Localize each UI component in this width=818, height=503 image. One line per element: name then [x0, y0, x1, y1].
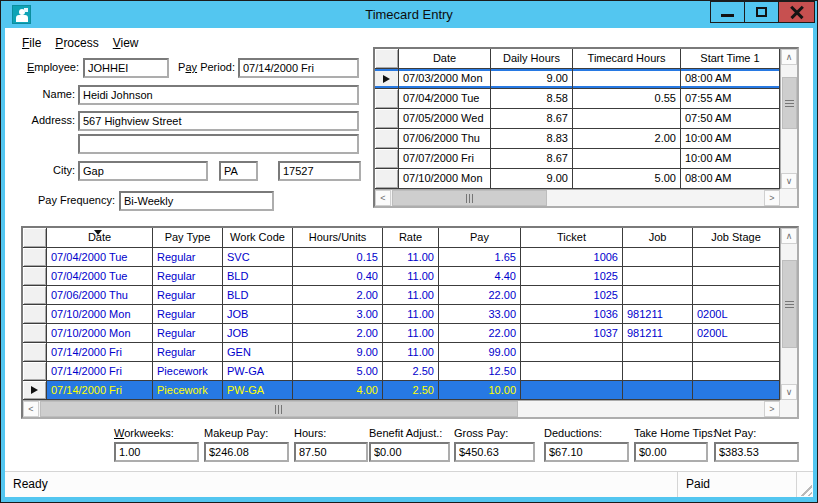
grid-cell[interactable]: 3.00: [293, 305, 383, 324]
grid-cell[interactable]: [521, 362, 623, 381]
grid-cell[interactable]: 0200L: [693, 305, 780, 324]
scroll-up-icon[interactable]: ∧: [781, 49, 797, 65]
grid-cell[interactable]: 07/14/2000 Fri: [47, 343, 153, 362]
grid-cell[interactable]: 0.15: [293, 248, 383, 267]
grid-cell[interactable]: [573, 109, 681, 129]
column-header-job-stage[interactable]: Job Stage: [693, 228, 780, 248]
grid-cell[interactable]: 99.00: [439, 343, 521, 362]
row-selector[interactable]: [23, 286, 47, 305]
grid-cell[interactable]: 07/14/2000 Fri: [47, 362, 153, 381]
grid-cell[interactable]: [623, 343, 693, 362]
grid-cell[interactable]: BLD: [223, 286, 293, 305]
grid-cell[interactable]: 12.50: [439, 362, 521, 381]
scroll-down-icon[interactable]: ∨: [781, 384, 797, 400]
row-selector[interactable]: [23, 305, 47, 324]
column-header-pay[interactable]: Pay: [439, 228, 521, 248]
scroll-left-icon[interactable]: <: [375, 190, 391, 206]
grid-cell[interactable]: 11.00: [383, 305, 439, 324]
grid-cell[interactable]: [623, 286, 693, 305]
row-selector[interactable]: [23, 381, 47, 400]
grid-cell[interactable]: 1.65: [439, 248, 521, 267]
zip-field[interactable]: [278, 161, 361, 181]
grid-cell[interactable]: 11.00: [383, 324, 439, 343]
grid-cell[interactable]: JOB: [223, 305, 293, 324]
menu-view[interactable]: View: [106, 36, 146, 55]
grid-cell[interactable]: PW-GA: [223, 362, 293, 381]
benefit-adjust-field[interactable]: [369, 442, 450, 462]
grid-cell[interactable]: 4.40: [439, 267, 521, 286]
grid-cell[interactable]: 2.00: [293, 286, 383, 305]
grid-cell[interactable]: 07/10/2000 Mon: [47, 324, 153, 343]
row-selector[interactable]: [375, 109, 399, 129]
makeup-pay-field[interactable]: [204, 442, 289, 462]
grid-cell[interactable]: 1025: [521, 267, 623, 286]
scroll-right-icon[interactable]: >: [764, 401, 780, 417]
grid-cell[interactable]: Piecework: [153, 362, 223, 381]
grid-cell[interactable]: 2.50: [383, 362, 439, 381]
grid-cell[interactable]: Piecework: [153, 381, 223, 400]
grid-cell[interactable]: 11.00: [383, 343, 439, 362]
grid-cell[interactable]: [623, 248, 693, 267]
grid-cell[interactable]: GEN: [223, 343, 293, 362]
state-field[interactable]: [219, 161, 258, 181]
scroll-left-icon[interactable]: <: [23, 401, 39, 417]
grid-cell[interactable]: 981211: [623, 324, 693, 343]
grid-cell[interactable]: 11.00: [383, 248, 439, 267]
grid-corner[interactable]: [23, 228, 47, 248]
column-header-pay-type[interactable]: Pay Type: [153, 228, 223, 248]
grid-cell[interactable]: 07/04/2000 Tue: [47, 267, 153, 286]
row-selector[interactable]: [375, 169, 399, 189]
workweeks-field[interactable]: [114, 442, 199, 462]
pay-frequency-field[interactable]: [119, 191, 274, 211]
column-header-date[interactable]: Date: [399, 49, 491, 69]
grid-cell[interactable]: [573, 149, 681, 169]
grid-cell[interactable]: [693, 248, 780, 267]
row-selector[interactable]: [375, 149, 399, 169]
grid-cell[interactable]: JOB: [223, 324, 293, 343]
grid-cell[interactable]: [693, 343, 780, 362]
column-header-start-time-1[interactable]: Start Time 1: [681, 49, 780, 69]
grid-cell[interactable]: 981211: [623, 305, 693, 324]
grid-cell[interactable]: [573, 69, 681, 89]
grid-cell[interactable]: SVC: [223, 248, 293, 267]
deductions-field[interactable]: [544, 442, 629, 462]
grid-cell[interactable]: 8.58: [491, 89, 573, 109]
column-header-daily-hours[interactable]: Daily Hours: [491, 49, 573, 69]
grid-cell[interactable]: 22.00: [439, 324, 521, 343]
grid-cell[interactable]: 07:55 AM: [681, 89, 780, 109]
city-field[interactable]: [78, 161, 208, 181]
grid-cell[interactable]: 8.83: [491, 129, 573, 149]
take-home-tips-field[interactable]: [634, 442, 708, 462]
address2-field[interactable]: [78, 134, 359, 154]
grid-cell[interactable]: 9.00: [491, 69, 573, 89]
row-selector[interactable]: [23, 267, 47, 286]
grid-cell[interactable]: 2.00: [573, 129, 681, 149]
column-header-date[interactable]: Date: [47, 228, 153, 248]
grid-cell[interactable]: 07/05/2000 Wed: [399, 109, 491, 129]
row-selector[interactable]: [375, 89, 399, 109]
grid-cell[interactable]: 10:00 AM: [681, 129, 780, 149]
grid-cell[interactable]: 08:00 AM: [681, 169, 780, 189]
row-selector[interactable]: [375, 129, 399, 149]
grid-cell[interactable]: 5.00: [573, 169, 681, 189]
grid-cell[interactable]: 1006: [521, 248, 623, 267]
grid-cell[interactable]: [521, 343, 623, 362]
net-pay-field[interactable]: [714, 442, 799, 462]
employee-field[interactable]: [83, 58, 169, 78]
row-selector[interactable]: [375, 69, 399, 89]
grid-cell[interactable]: 07/03/2000 Mon: [399, 69, 491, 89]
minimize-button[interactable]: [710, 1, 745, 23]
grid-cell[interactable]: 4.00: [293, 381, 383, 400]
grid-cell[interactable]: 2.00: [293, 324, 383, 343]
timecard-grid-hscrollbar[interactable]: < >: [23, 400, 780, 417]
vscroll-thumb[interactable]: [782, 77, 797, 129]
grid-cell[interactable]: 8.67: [491, 149, 573, 169]
name-field[interactable]: [78, 85, 359, 105]
grid-cell[interactable]: [693, 286, 780, 305]
grid-cell[interactable]: 22.00: [439, 286, 521, 305]
hscroll-thumb[interactable]: [40, 401, 518, 417]
gross-pay-field[interactable]: [454, 442, 535, 462]
scroll-up-icon[interactable]: ∧: [781, 228, 797, 244]
grid-cell[interactable]: 5.00: [293, 362, 383, 381]
grid-cell[interactable]: 1036: [521, 305, 623, 324]
